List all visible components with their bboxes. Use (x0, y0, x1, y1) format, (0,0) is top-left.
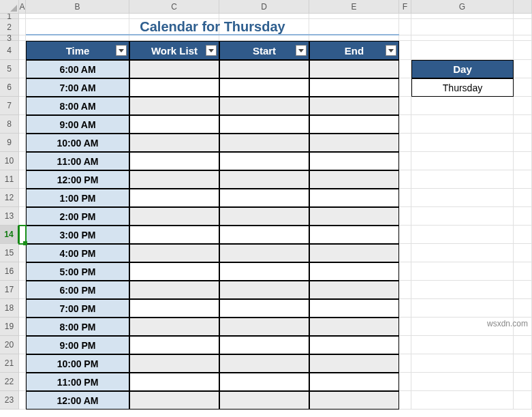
time-cell[interactable]: 7:00 AM (26, 78, 129, 97)
cell[interactable] (399, 281, 411, 299)
row-header[interactable]: 16 (0, 262, 19, 281)
time-cell[interactable]: 6:00 AM (26, 60, 129, 78)
start-cell[interactable] (219, 170, 309, 189)
column-header[interactable]: G (411, 0, 514, 14)
cell[interactable] (514, 35, 532, 41)
row-header[interactable]: 17 (0, 281, 19, 299)
cell[interactable] (514, 262, 532, 281)
row-header[interactable]: 11 (0, 170, 19, 189)
column-header[interactable]: A (19, 0, 26, 14)
work-cell[interactable] (129, 391, 219, 410)
cell[interactable] (19, 35, 26, 41)
work-header[interactable]: Work List (129, 41, 219, 60)
time-header[interactable]: Time (26, 41, 129, 60)
cell[interactable] (514, 354, 532, 373)
cell[interactable] (411, 115, 514, 134)
cell[interactable] (129, 35, 219, 41)
time-cell[interactable]: 6:00 PM (26, 281, 129, 299)
start-cell[interactable] (219, 281, 309, 299)
active-cell[interactable] (19, 226, 26, 244)
day-header[interactable]: Day (411, 60, 514, 78)
cell[interactable] (399, 97, 411, 115)
cell[interactable] (19, 318, 26, 336)
cell[interactable] (514, 19, 532, 35)
cell[interactable] (411, 207, 514, 226)
start-cell[interactable] (219, 134, 309, 152)
row-header[interactable]: 9 (0, 134, 19, 152)
work-cell[interactable] (129, 60, 219, 78)
cell[interactable] (19, 354, 26, 373)
row-header[interactable]: 5 (0, 60, 19, 78)
cell[interactable] (399, 115, 411, 134)
cell[interactable] (19, 19, 26, 35)
time-cell[interactable]: 7:00 PM (26, 299, 129, 318)
cell[interactable] (399, 318, 411, 336)
work-cell[interactable] (129, 78, 219, 97)
cell[interactable] (19, 336, 26, 354)
cell[interactable] (399, 14, 411, 19)
end-cell[interactable] (309, 336, 399, 354)
cell[interactable] (399, 170, 411, 189)
cell[interactable] (514, 226, 532, 244)
row-header[interactable]: 10 (0, 152, 19, 170)
cell[interactable] (399, 207, 411, 226)
row-header[interactable]: 22 (0, 373, 19, 391)
row-header[interactable]: 1 (0, 14, 19, 19)
cell[interactable] (399, 19, 411, 35)
cell[interactable] (219, 35, 309, 41)
cell[interactable] (514, 373, 532, 391)
end-cell[interactable] (309, 170, 399, 189)
row-header[interactable]: 15 (0, 244, 19, 262)
work-cell[interactable] (129, 318, 219, 336)
cell[interactable] (411, 170, 514, 189)
cell[interactable] (514, 134, 532, 152)
work-cell[interactable] (129, 354, 219, 373)
row-header[interactable]: 7 (0, 97, 19, 115)
work-cell[interactable] (129, 226, 219, 244)
end-cell[interactable] (309, 318, 399, 336)
column-header[interactable]: B (26, 0, 129, 14)
cell[interactable] (399, 134, 411, 152)
cell[interactable] (514, 189, 532, 207)
cell[interactable] (514, 97, 532, 115)
end-cell[interactable] (309, 78, 399, 97)
cell[interactable] (19, 189, 26, 207)
work-cell[interactable] (129, 97, 219, 115)
start-cell[interactable] (219, 336, 309, 354)
cell[interactable] (399, 262, 411, 281)
end-cell[interactable] (309, 373, 399, 391)
filter-dropdown-icon[interactable] (116, 45, 127, 56)
time-cell[interactable]: 4:00 PM (26, 244, 129, 262)
cell[interactable] (19, 207, 26, 226)
cell[interactable] (19, 134, 26, 152)
column-header[interactable]: F (399, 0, 411, 14)
work-cell[interactable] (129, 170, 219, 189)
cell[interactable] (411, 152, 514, 170)
cell[interactable] (411, 262, 514, 281)
work-cell[interactable] (129, 336, 219, 354)
cell[interactable] (19, 170, 26, 189)
cell[interactable] (19, 60, 26, 78)
cell[interactable] (309, 35, 399, 41)
time-cell[interactable]: 11:00 AM (26, 152, 129, 170)
day-value[interactable]: Thursday (411, 78, 514, 97)
select-all-corner[interactable] (0, 0, 19, 14)
end-header[interactable]: End (309, 41, 399, 60)
end-cell[interactable] (309, 354, 399, 373)
row-header[interactable]: 23 (0, 391, 19, 410)
filter-dropdown-icon[interactable] (296, 45, 307, 56)
row-header[interactable]: 13 (0, 207, 19, 226)
cell[interactable] (399, 391, 411, 410)
cell[interactable] (514, 78, 532, 97)
row-header[interactable]: 3 (0, 35, 19, 41)
row-header[interactable]: 19 (0, 318, 19, 336)
time-cell[interactable]: 10:00 AM (26, 134, 129, 152)
cell[interactable] (514, 60, 532, 78)
end-cell[interactable] (309, 60, 399, 78)
end-cell[interactable] (309, 207, 399, 226)
end-cell[interactable] (309, 244, 399, 262)
end-cell[interactable] (309, 189, 399, 207)
cell[interactable] (411, 354, 514, 373)
cell[interactable] (411, 244, 514, 262)
end-cell[interactable] (309, 391, 399, 410)
